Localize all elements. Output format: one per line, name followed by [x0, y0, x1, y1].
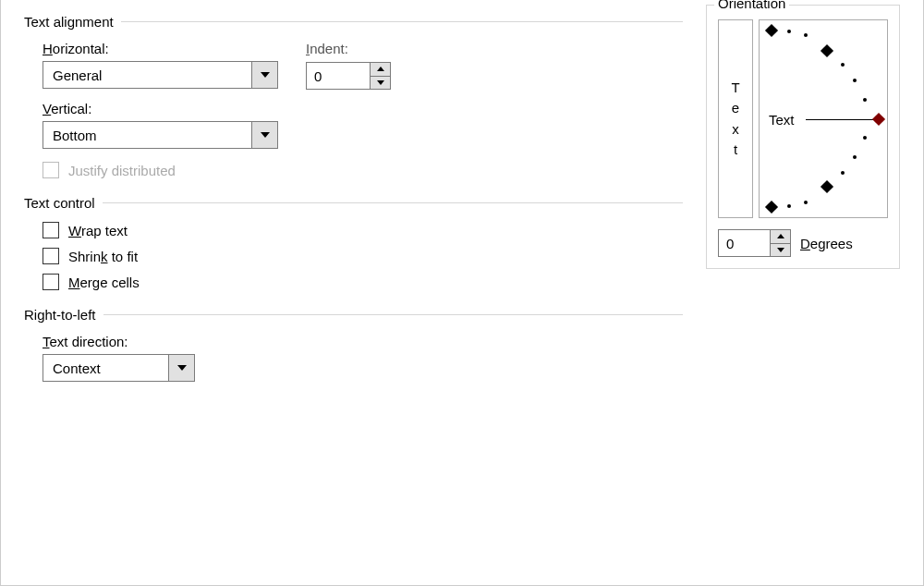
- text-direction-label: Text direction:: [43, 334, 683, 349]
- vertical-label: Vertical:: [43, 101, 278, 116]
- chevron-down-icon: [177, 365, 187, 371]
- orientation-frame: Orientation T e x t Text: [706, 5, 900, 269]
- checkbox-box[interactable]: [43, 274, 59, 290]
- wrap-text-checkbox[interactable]: Wrap text: [43, 222, 683, 238]
- divider: [121, 21, 683, 22]
- vertical-combo-button[interactable]: [251, 122, 277, 148]
- text-direction-combo[interactable]: Context: [43, 354, 195, 382]
- angle-dot: [853, 79, 857, 82]
- shrink-to-fit-label: Shrink to fit: [68, 249, 138, 264]
- checkbox-box: [43, 162, 59, 178]
- checkbox-box[interactable]: [43, 248, 59, 264]
- orientation-label: Orientation: [714, 0, 789, 11]
- angle-dot: [863, 98, 867, 102]
- merge-cells-label: Merge cells: [68, 275, 140, 290]
- merge-cells-checkbox[interactable]: Merge cells: [43, 274, 683, 290]
- arrow-down-icon: [377, 80, 384, 85]
- divider: [103, 202, 683, 203]
- indent-spin-up[interactable]: [371, 63, 390, 77]
- text-direction-value: Context: [43, 355, 168, 381]
- vertical-combo[interactable]: Bottom: [43, 121, 278, 149]
- arrow-down-icon: [777, 248, 784, 252]
- chevron-down-icon: [261, 132, 270, 138]
- angle-text-label: Text: [769, 111, 795, 127]
- shrink-to-fit-checkbox[interactable]: Shrink to fit: [43, 248, 683, 264]
- right-column: Orientation T e x t Text: [706, 14, 900, 585]
- vert-letter: x: [732, 119, 739, 140]
- rtl-label: Right-to-left: [24, 307, 96, 323]
- horizontal-combo-value: General: [43, 62, 251, 88]
- angle-line: [806, 119, 874, 120]
- justify-distributed-checkbox: Justify distributed: [43, 162, 683, 178]
- angle-dot: [853, 155, 857, 159]
- angle-dot: [841, 171, 845, 175]
- angle-dot: [804, 33, 808, 37]
- degrees-label: Degrees: [800, 236, 853, 251]
- degrees-spinner[interactable]: 0: [718, 229, 791, 257]
- alignment-panel: Text alignment Horizontal: General Inden…: [0, 0, 924, 586]
- checkbox-box[interactable]: [43, 222, 59, 238]
- angle-dot: [863, 136, 867, 140]
- angle-dot: [804, 201, 808, 204]
- left-column: Text alignment Horizontal: General Inden…: [24, 14, 683, 585]
- vert-letter: e: [732, 98, 739, 119]
- indent-spin-down[interactable]: [371, 77, 390, 90]
- text-direction-combo-button[interactable]: [168, 355, 194, 381]
- text-alignment-content: Horizontal: General Indent: 0: [24, 41, 683, 178]
- vertical-text-button[interactable]: T e x t: [718, 19, 753, 218]
- wrap-text-label: Wrap text: [68, 223, 128, 238]
- vertical-combo-value: Bottom: [43, 122, 251, 148]
- horizontal-label: Horizontal:: [43, 41, 278, 56]
- degrees-spin-down[interactable]: [771, 244, 790, 257]
- angle-handle-0[interactable]: [872, 113, 885, 126]
- text-alignment-header: Text alignment: [24, 14, 683, 30]
- indent-spinner[interactable]: 0: [306, 62, 391, 90]
- text-control-label: Text control: [24, 195, 95, 211]
- rtl-header: Right-to-left: [24, 307, 683, 323]
- text-alignment-label: Text alignment: [24, 14, 114, 30]
- justify-distributed-label: Justify distributed: [68, 163, 176, 178]
- angle-dot: [787, 30, 791, 33]
- vert-letter: T: [731, 78, 739, 99]
- angle-handle-neg45[interactable]: [821, 180, 833, 193]
- angle-dot: [841, 63, 845, 67]
- indent-label: Indent:: [306, 41, 391, 56]
- degrees-spin-up[interactable]: [771, 230, 790, 244]
- vert-letter: t: [734, 140, 737, 161]
- angle-handle-45[interactable]: [821, 44, 833, 57]
- orientation-angle-selector[interactable]: Text: [759, 19, 888, 218]
- arrow-up-icon: [377, 67, 384, 71]
- horizontal-combo-button[interactable]: [251, 62, 277, 88]
- indent-value[interactable]: 0: [307, 63, 370, 89]
- angle-handle-neg90[interactable]: [765, 201, 778, 214]
- text-control-header: Text control: [24, 195, 683, 211]
- angle-dot: [787, 204, 791, 208]
- horizontal-combo[interactable]: General: [43, 61, 278, 89]
- angle-handle-90[interactable]: [765, 24, 778, 37]
- divider: [103, 314, 683, 315]
- chevron-down-icon: [261, 72, 270, 78]
- degrees-value[interactable]: 0: [719, 230, 770, 256]
- arrow-up-icon: [777, 234, 784, 238]
